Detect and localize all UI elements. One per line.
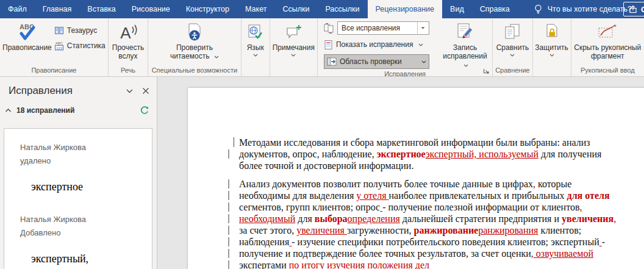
ribbon-tab-0[interactable]: Файл	[0, 0, 35, 18]
ribbon-tab-1[interactable]: Главная	[35, 0, 80, 18]
chevron-down-icon	[418, 43, 423, 46]
changed-line-bar	[228, 249, 229, 258]
read-aloud-button[interactable]: A Прочесть вслух	[111, 20, 145, 60]
compare-label: Сравнить	[496, 43, 529, 52]
document-line[interactable]: необходимый для выбораопределения дальне…	[239, 213, 644, 224]
comments-label: Примечания	[273, 43, 315, 52]
display-for-review-icon	[324, 23, 334, 34]
document-line[interactable]: наблюдения - изучение специфики потребит…	[239, 236, 644, 248]
document-page[interactable]: Методами исследования и сбора маркетинго…	[188, 88, 644, 269]
show-markup-label: Показать исправления	[336, 40, 413, 49]
text-caret	[234, 137, 234, 147]
paragraph: Методами исследования и сбора маркетинго…	[239, 137, 644, 171]
language-button[interactable]: Язык	[247, 20, 264, 57]
share-button[interactable]: Общий доступ	[623, 2, 644, 16]
dialog-launcher-icon[interactable]	[482, 69, 490, 75]
ribbon-tab-6[interactable]: Ссылки	[274, 0, 317, 18]
ribbon-tab-2[interactable]: Вставка	[79, 0, 123, 18]
chevron-down-icon	[421, 60, 426, 63]
inserted-text: ,	[614, 213, 616, 224]
chevron-down-icon	[273, 54, 315, 57]
track-changes-button[interactable]: Запись исправлений	[440, 20, 490, 69]
ribbon-tab-5[interactable]: Макет	[237, 0, 274, 18]
reviewing-pane-button[interactable]: Область проверки	[324, 54, 429, 69]
spelling-button[interactable]: ABC Правописание	[2, 20, 52, 52]
thesaurus-button[interactable]: Тезаурус	[54, 26, 106, 35]
protect-label: Защитить	[535, 43, 568, 52]
refresh-icon[interactable]	[140, 106, 149, 115]
deleted-text: для отеля	[567, 190, 610, 201]
ribbon-tab-3[interactable]: Рисование	[124, 0, 178, 18]
compare-button[interactable]: Сравнить	[496, 20, 529, 57]
ribbon-tab-7[interactable]: Рассылки	[317, 0, 367, 18]
revisions-list: Наталья Жиркова удалено экспертное Натал…	[4, 128, 152, 269]
text-segment: для	[295, 213, 314, 224]
combo-dropdown-icon[interactable]	[417, 22, 429, 34]
language-label: Язык	[247, 43, 264, 52]
protect-button[interactable]: Защитить	[535, 20, 568, 57]
text-segment: сегментов, групп клиентов; опрос	[239, 202, 380, 212]
ribbon-tab-4[interactable]: Конструктор	[178, 0, 237, 18]
ribbon-tab-8[interactable]: Рецензирование	[368, 0, 443, 18]
revision-entry[interactable]: Наталья Жиркова удалено экспертное	[4, 129, 152, 196]
word-count-label: Статистика	[67, 41, 106, 50]
collapse-summary-icon[interactable]	[5, 108, 12, 113]
group-label-comments	[270, 65, 317, 76]
inserted-text: увеличения	[296, 225, 347, 235]
deleted-text: ранжирование	[414, 225, 479, 235]
show-markup-button[interactable]: Показать исправления	[324, 38, 429, 51]
accessibility-check-icon	[185, 21, 204, 43]
document-line[interactable]: необходимы для выделения у отеля наиболе…	[239, 190, 644, 201]
document-line[interactable]: экспертами по итогу изучения положения д…	[239, 259, 644, 269]
changed-line-bar	[228, 149, 229, 159]
document-line[interactable]: за счет этого, увеличения загруженности,…	[239, 224, 644, 236]
compare-icon	[503, 21, 522, 43]
comments-button[interactable]: Примечания	[273, 20, 315, 57]
text-segment: дальнейшей стратегии предприятия и	[400, 213, 562, 224]
inserted-text: необходимый	[239, 213, 295, 224]
display-for-review-select[interactable]: Все исправления	[337, 21, 429, 35]
document-line[interactable]: более точной и достоверной информации.	[239, 160, 644, 171]
group-compare: Сравнить Сравнение	[493, 18, 532, 76]
tell-me-box[interactable]: Что вы хотите сделать?	[534, 0, 632, 18]
inserted-text: , озвучиваемой	[531, 248, 593, 259]
group-protect: Защитить	[533, 18, 571, 76]
ribbon-tab-10[interactable]: Справка	[472, 0, 518, 18]
spelling-label: Правописание	[2, 43, 52, 52]
reviewing-pane-icon	[327, 57, 337, 66]
group-label-protect	[533, 65, 571, 76]
pane-options-chevron-icon[interactable]	[126, 88, 134, 94]
group-label-proofing: Правописание	[0, 65, 108, 76]
text-segment: -	[602, 237, 605, 247]
group-label-accessibility: Специальные возможности	[148, 65, 241, 76]
document-line[interactable]: сегментов, групп клиентов; опрос - получ…	[239, 201, 644, 213]
document-line[interactable]: получение и подтверждение более точных р…	[239, 248, 644, 259]
track-changes-icon	[456, 21, 474, 43]
group-language: Язык	[242, 18, 270, 76]
close-icon[interactable]	[142, 87, 149, 95]
check-readability-button[interactable]: Проверить читаемость	[168, 20, 221, 60]
spellcheck-icon: ABC	[16, 21, 38, 43]
changed-line-bar	[228, 203, 229, 212]
text-segment: Методами исследования и сбора маркетинго…	[239, 137, 590, 148]
hide-ink-button[interactable]: Скрыть рукописный фрагмент	[574, 20, 642, 60]
revision-text: экспертное	[31, 178, 147, 196]
text-segment: которые	[535, 179, 571, 189]
hide-ink-icon	[597, 21, 618, 43]
group-tracking: Все исправления Показать исправления Об	[318, 18, 493, 76]
text-segment: за счет этого,	[239, 225, 296, 235]
text-segment: Анализ документов позволит получить боле…	[239, 179, 533, 189]
reviewing-pane-label: Область проверки	[340, 57, 416, 66]
revision-entry[interactable]: Наталья Жиркова Добавлено экспертный, ис…	[4, 204, 152, 269]
changed-line-bar	[228, 179, 229, 188]
text-segment: более точной и достоверной информации.	[239, 160, 413, 171]
document-line[interactable]: Анализ документов позволит получить боле…	[239, 178, 644, 190]
document-line[interactable]: документов, опрос, наблюдение, экспертно…	[239, 148, 644, 160]
comment-plus-icon	[284, 21, 302, 43]
ribbon-tab-9[interactable]: Вид	[442, 0, 472, 18]
word-count-button[interactable]: ABC123 Статистика	[54, 41, 106, 51]
protect-lock-icon	[543, 21, 560, 43]
thesaurus-label: Тезаурус	[67, 26, 97, 35]
document-line[interactable]: Методами исследования и сбора маркетинго…	[239, 137, 644, 148]
revisions-pane: Исправления 18 исправлений Наталья Жирко…	[0, 77, 157, 269]
